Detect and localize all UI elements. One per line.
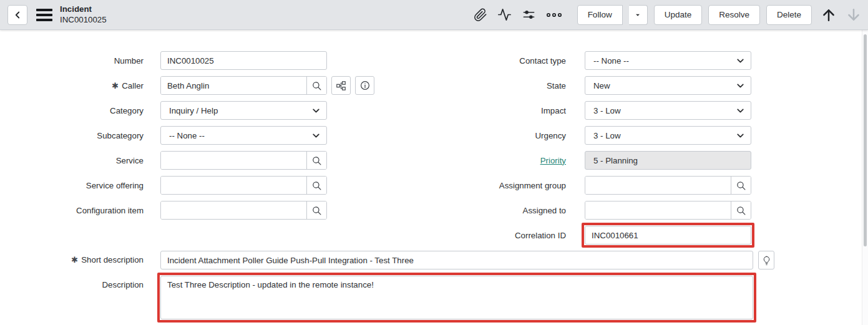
vertical-scrollbar-track[interactable] [862, 30, 868, 325]
service-offering-lookup-button[interactable] [306, 177, 326, 194]
description-textarea[interactable]: Test Three Description - updated in the … [160, 276, 753, 319]
state-label: State [437, 81, 566, 90]
service-label: Service [15, 156, 144, 165]
impact-select[interactable]: 3 - Low [585, 101, 751, 120]
field-row-contact-type: Contact type -- None -- [437, 51, 751, 70]
resolve-button[interactable]: Resolve [708, 5, 760, 25]
lightbulb-icon [762, 255, 771, 266]
next-record-button[interactable] [846, 6, 862, 24]
impact-value: 3 - Low [593, 106, 621, 115]
chevron-down-icon [735, 80, 746, 91]
field-row-service: Service [15, 151, 374, 170]
personalize-form-button[interactable] [522, 7, 536, 22]
hierarchy-icon [336, 80, 346, 91]
search-icon [736, 205, 746, 216]
priority-readonly-field: 5 - Planning [585, 151, 751, 170]
caret-down-icon [634, 11, 641, 19]
correlation-id-wrapper [585, 226, 751, 245]
field-row-short-description: ✱Short description [15, 251, 774, 269]
previous-record-button[interactable] [821, 6, 837, 24]
priority-link[interactable]: Priority [540, 156, 566, 165]
category-label: Category [15, 106, 144, 115]
number-input[interactable] [160, 51, 327, 70]
field-row-description: Description Test Three Description - upd… [15, 276, 753, 319]
urgency-select[interactable]: 3 - Low [585, 126, 751, 145]
short-description-input[interactable] [160, 251, 753, 269]
assigned-to-label: Assigned to [437, 206, 566, 215]
correlation-id-label: Correlation ID [437, 231, 566, 240]
assignment-group-input[interactable] [585, 177, 731, 194]
caller-lookup-button[interactable] [306, 77, 326, 94]
field-row-service-offering: Service offering [15, 176, 374, 195]
caller-reference-field [160, 76, 327, 95]
service-offering-input[interactable] [161, 177, 306, 194]
search-icon [311, 205, 322, 216]
more-options-button[interactable] [546, 11, 562, 19]
field-row-state: State New [437, 76, 751, 95]
assignment-group-reference-field [585, 176, 751, 195]
chevron-down-icon [735, 130, 746, 141]
field-row-configuration-item: Configuration item [15, 201, 374, 220]
field-row-assigned-to: Assigned to [437, 201, 751, 220]
number-label: Number [15, 56, 144, 65]
chevron-down-icon [311, 130, 321, 141]
subcategory-select[interactable]: -- None -- [160, 126, 327, 145]
field-row-urgency: Urgency 3 - Low [437, 126, 751, 145]
form-right-column: Contact type -- None -- State New Impact… [437, 51, 751, 251]
delete-button[interactable]: Delete [766, 5, 812, 25]
caller-input[interactable] [161, 77, 306, 94]
configuration-item-input[interactable] [161, 201, 306, 219]
form-left-column: Number ✱Caller Category Inquiry / He [15, 51, 374, 226]
field-row-number: Number [15, 51, 374, 70]
category-value: Inquiry / Help [169, 106, 218, 115]
arrow-up-icon [821, 6, 837, 24]
description-wrapper: Test Three Description - updated in the … [160, 276, 753, 319]
priority-label: Priority [437, 156, 566, 165]
search-icon [736, 180, 746, 191]
field-row-category: Category Inquiry / Help [15, 101, 374, 120]
subcategory-label: Subcategory [15, 131, 144, 140]
field-row-subcategory: Subcategory -- None -- [15, 126, 374, 145]
category-select[interactable]: Inquiry / Help [160, 101, 327, 120]
update-button[interactable]: Update [654, 5, 703, 25]
required-icon: ✱ [112, 81, 119, 90]
info-icon [359, 80, 371, 91]
search-icon [311, 80, 322, 91]
contact-type-select[interactable]: -- None -- [585, 51, 751, 70]
show-related-records-button[interactable] [331, 76, 351, 95]
field-row-impact: Impact 3 - Low [437, 101, 751, 120]
toolbar: Follow Update Resolve Delete [469, 5, 862, 25]
short-description-label: ✱Short description [15, 251, 144, 264]
service-reference-field [160, 151, 327, 170]
priority-value: 5 - Planning [593, 156, 638, 165]
chevron-down-icon [735, 56, 746, 66]
subcategory-value: -- None -- [169, 131, 205, 140]
service-lookup-button[interactable] [306, 152, 326, 169]
chevron-left-icon [12, 9, 23, 21]
back-button[interactable] [7, 5, 27, 25]
assigned-to-input[interactable] [585, 201, 731, 219]
context-menu-icon[interactable] [36, 9, 52, 21]
correlation-id-input[interactable] [585, 226, 751, 245]
required-icon: ✱ [71, 255, 78, 264]
suggestion-button[interactable] [758, 251, 774, 269]
preview-record-button[interactable] [355, 76, 374, 95]
vertical-scrollbar-thumb[interactable] [864, 34, 867, 246]
attachment-button[interactable] [474, 8, 487, 22]
assignment-group-label: Assignment group [437, 181, 566, 190]
service-input[interactable] [161, 152, 306, 169]
state-select[interactable]: New [585, 76, 751, 95]
header-bar: Incident INC0010025 Follow [0, 0, 868, 30]
impact-label: Impact [437, 106, 566, 115]
service-offering-label: Service offering [15, 181, 144, 190]
activity-stream-button[interactable] [497, 7, 512, 22]
assignment-group-lookup-button[interactable] [731, 177, 751, 194]
assigned-to-lookup-button[interactable] [731, 201, 751, 219]
contact-type-label: Contact type [437, 56, 566, 65]
state-value: New [593, 81, 610, 90]
follow-dropdown-button[interactable] [629, 5, 648, 25]
follow-button[interactable]: Follow [577, 5, 623, 25]
caller-label: ✱Caller [15, 81, 144, 90]
field-row-correlation-id: Correlation ID [437, 226, 751, 245]
configuration-item-lookup-button[interactable] [306, 201, 326, 219]
